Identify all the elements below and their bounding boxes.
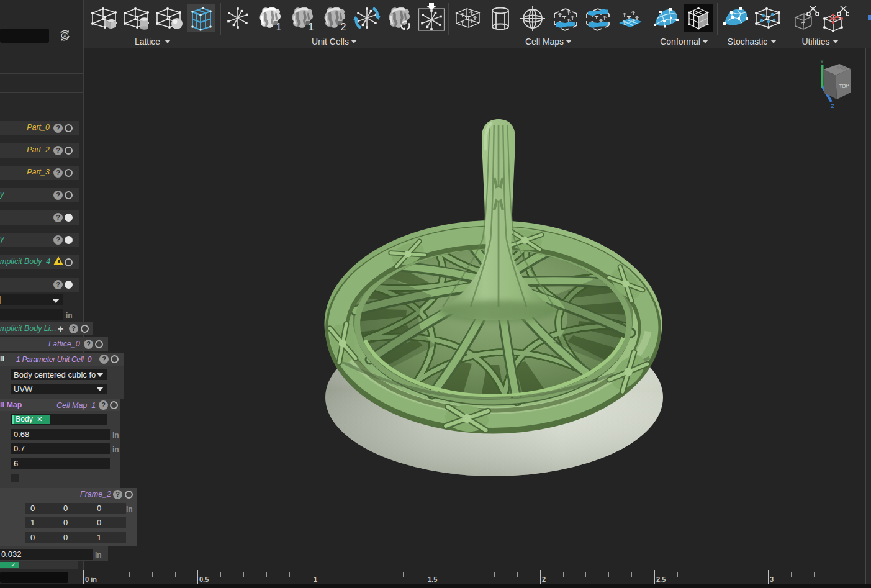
svg-text:TOP: TOP	[839, 83, 849, 89]
svg-text:Z: Z	[831, 103, 834, 109]
svg-text:2: 2	[341, 22, 346, 32]
svg-text:A: A	[63, 33, 67, 39]
svg-text:1: 1	[309, 22, 314, 32]
svg-text:Y: Y	[820, 58, 824, 65]
svg-text:1: 1	[276, 22, 282, 32]
